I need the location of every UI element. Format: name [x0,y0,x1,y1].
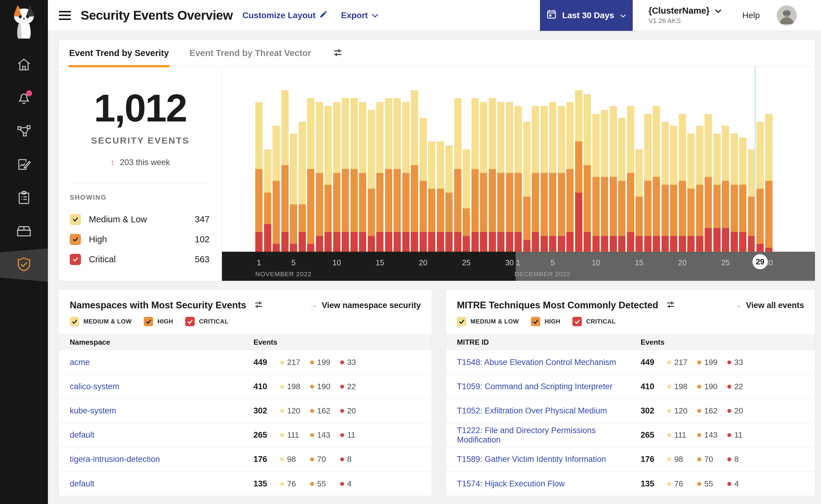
sidebar-item-compliance[interactable] [0,182,48,215]
severity-filter-high[interactable]: HIGH [144,317,173,326]
mitre-settings-sliders-icon[interactable] [666,300,675,310]
chart-bar-dec-12[interactable] [610,106,617,252]
chart-bar-nov-3[interactable] [273,126,280,252]
chart-bar-nov-21[interactable] [428,141,435,252]
chart-bar-nov-24[interactable] [454,98,461,252]
chart-bar-nov-30[interactable] [506,102,513,252]
severity-toggle-medium_low[interactable]: Medium & Low347 [70,209,210,229]
severity-toggle-high[interactable]: High102 [70,229,210,249]
checkbox-checked-icon[interactable] [457,317,466,326]
help-link[interactable]: Help [742,11,760,20]
current-day-pill[interactable]: 29 [753,254,768,269]
chart-bar-dec-18[interactable] [662,122,669,252]
checkbox-checked-icon[interactable] [70,214,81,225]
chart-bar-dec-7[interactable] [566,102,573,252]
tab-event-trend-by-severity[interactable]: Event Trend by Severity [68,40,169,67]
chart-bar-dec-22[interactable] [696,126,703,252]
chart-bar-dec-26[interactable] [731,134,738,252]
chart-bar-dec-13[interactable] [618,118,626,252]
chart-bar-dec-17[interactable] [653,106,660,252]
row-link[interactable]: calico-system [70,382,254,391]
row-link[interactable]: T1052: Exfiltration Over Physical Medium [457,406,641,416]
namespaces-settings-sliders-icon[interactable] [254,300,263,310]
chart-bar-nov-1[interactable] [255,102,263,252]
severity-filter-medium-low[interactable]: MEDIUM & LOW [70,317,131,326]
tab-event-trend-by-threat-vector[interactable]: Event Trend by Threat Vector [189,40,312,67]
severity-filter-high[interactable]: HIGH [531,317,560,326]
chart-bar-dec-6[interactable] [558,106,565,252]
chart-bar-dec-11[interactable] [601,110,608,252]
chart-bar-nov-14[interactable] [368,110,375,252]
chart-bar-nov-15[interactable] [376,102,384,252]
sidebar-item-home[interactable] [0,48,48,82]
severity-filter-medium-low[interactable]: MEDIUM & LOW [457,317,519,326]
chart-bar-dec-25[interactable] [722,126,729,252]
chart-bar-nov-18[interactable] [402,102,410,252]
chart-bar-nov-11[interactable] [342,98,349,252]
checkbox-checked-icon[interactable] [185,317,194,326]
checkbox-checked-icon[interactable] [70,234,81,245]
chart-bar-dec-23[interactable] [705,114,712,252]
chart-bar-dec-2[interactable] [523,122,530,252]
chart-bar-dec-10[interactable] [592,114,600,252]
user-avatar[interactable] [777,5,797,25]
chart-bar-nov-28[interactable] [489,98,496,252]
chart-bar-dec-24[interactable] [713,134,721,252]
chart-bar-dec-8[interactable] [575,90,582,252]
chart-bar-dec-14[interactable] [627,106,634,252]
checkbox-checked-icon[interactable] [144,317,153,326]
chart-bar-nov-12[interactable] [351,98,358,252]
chart-bar-dec-27[interactable] [739,138,746,252]
chart-bar-dec-3[interactable] [532,106,539,252]
chart-bar-nov-27[interactable] [480,102,487,252]
chart-bar-dec-29[interactable] [756,122,764,252]
chart-bar-nov-9[interactable] [324,106,332,252]
export-button[interactable]: Export [341,11,379,20]
chart-bar-nov-20[interactable] [420,118,427,252]
row-link[interactable]: acme [70,358,254,367]
chart-bar-nov-26[interactable] [471,98,479,252]
chart-bar-dec-9[interactable] [583,94,591,252]
sidebar-item-security-events[interactable] [0,248,48,282]
checkbox-checked-icon[interactable] [70,254,81,265]
chart-bar-nov-7[interactable] [307,98,314,252]
row-link[interactable]: default [70,430,254,440]
sidebar-item-notifications[interactable] [0,82,48,115]
sidebar-item-edit-report[interactable] [0,148,48,182]
date-range-button[interactable]: Last 30 Days [540,0,633,31]
row-link[interactable]: default [70,479,254,489]
chart-settings-sliders-icon[interactable] [333,48,343,59]
severity-toggle-critical[interactable]: Critical563 [70,249,210,269]
row-link[interactable]: T1574: Hijack Execution Flow [457,479,641,489]
severity-filter-critical[interactable]: CRITICAL [572,317,615,326]
checkbox-checked-icon[interactable] [572,317,582,326]
chart-bar-nov-25[interactable] [463,149,470,252]
chart-bar-nov-23[interactable] [445,145,453,252]
chart-bar-nov-29[interactable] [497,102,504,252]
row-link[interactable]: kube-system [70,406,254,416]
cluster-selector[interactable]: {ClusterName} V1.26 AKS [649,6,722,25]
chart-bar-dec-28[interactable] [748,149,755,252]
severity-filter-critical[interactable]: CRITICAL [185,317,228,326]
chart-bar-dec-30[interactable] [765,114,773,252]
chart-bar-nov-8[interactable] [316,102,323,252]
view-all-events-link[interactable]: → View all events [733,301,804,310]
chart-bar-nov-6[interactable] [299,122,306,252]
chart-bar-nov-2[interactable] [264,149,271,252]
chart-bar-dec-16[interactable] [644,114,652,252]
row-link[interactable]: T1548: Abuse Elevation Control Mechanism [457,358,641,367]
chart-bar-dec-4[interactable] [540,106,548,252]
calico-cat-logo[interactable] [0,0,48,39]
checkbox-checked-icon[interactable] [70,317,79,326]
view-namespace-security-link[interactable]: → View namespace security [309,301,421,310]
chart-bar-dec-5[interactable] [549,102,556,252]
chart-bar-dec-15[interactable] [636,149,643,252]
row-link[interactable]: T1222: File and Directory Permissions Mo… [457,426,641,445]
chart-bar-dec-21[interactable] [687,134,695,252]
sidebar-item-service-graph[interactable] [0,115,48,148]
customize-layout-button[interactable]: Customize Layout [243,10,328,21]
chart-bar-dec-20[interactable] [679,114,686,252]
chart-bar-nov-5[interactable] [290,134,297,252]
chart-bar-dec-19[interactable] [670,126,677,252]
sidebar-item-workloads[interactable] [0,215,48,248]
